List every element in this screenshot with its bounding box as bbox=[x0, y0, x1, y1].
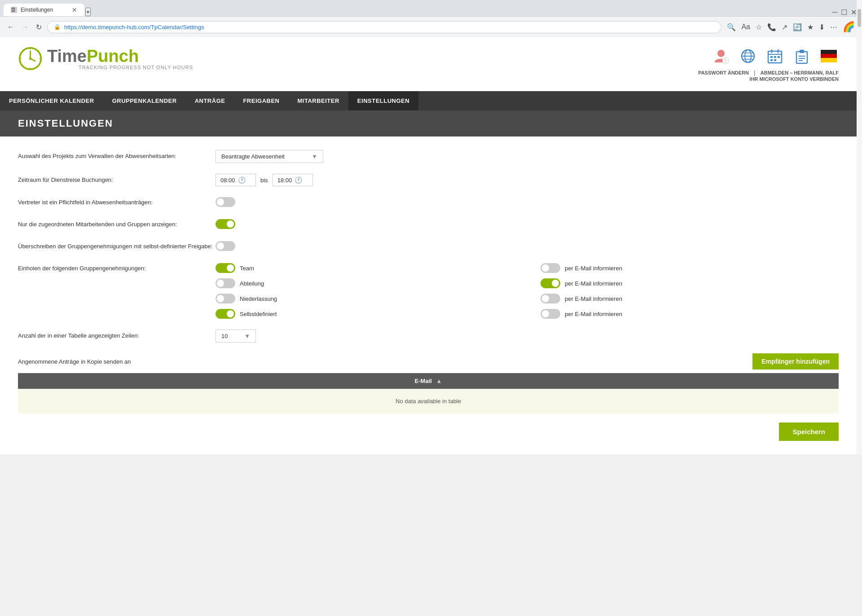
profile-icon[interactable]: 🌈 bbox=[841, 19, 857, 35]
scrollbar[interactable] bbox=[857, 0, 862, 454]
page-title: EINSTELLUNGEN bbox=[18, 118, 839, 129]
time-range-label: Zeitraum für Dienstreise Buchungen: bbox=[18, 176, 216, 184]
approvals-grid: Team per E-Mail informieren Abteilung bbox=[216, 263, 839, 319]
approvals-label: Einholen der folgenden Gruppengenehmigun… bbox=[18, 263, 216, 272]
logo-punch-text: Punch bbox=[87, 47, 139, 66]
rows-count-control: 10 ▼ bbox=[216, 330, 839, 343]
forward-button[interactable]: → bbox=[20, 21, 31, 33]
add-recipient-button[interactable]: Empfänger hinzufügen bbox=[752, 353, 839, 370]
rows-count-label: Anzahl der in einer Tabelle angezeigten … bbox=[18, 332, 216, 340]
header-links: PASSWORT ÄNDERN | ABMELDEN – HERRMANN, R… bbox=[698, 70, 839, 82]
back-button[interactable]: ← bbox=[5, 21, 16, 33]
search-icon[interactable]: 🔍 bbox=[725, 21, 738, 33]
email-table: E-Mail ▲ No data available in table bbox=[18, 373, 839, 414]
nav-settings[interactable]: EINSTELLUNGEN bbox=[348, 91, 418, 110]
url-text: https://demo.timepunch-hub.com/TpCalenda… bbox=[64, 24, 715, 31]
svg-line-3 bbox=[31, 59, 35, 62]
microsoft-connect-link[interactable]: IHR MICROSOFT KONTO VERBINDEN bbox=[750, 76, 839, 82]
extension-icon[interactable]: ↗ bbox=[780, 21, 789, 33]
deputy-toggle[interactable] bbox=[216, 197, 235, 207]
rows-count-value: 10 bbox=[221, 333, 228, 339]
header-separator: | bbox=[754, 70, 755, 76]
scrollbar-thumb[interactable] bbox=[858, 9, 861, 27]
refresh-icon[interactable]: 🔄 bbox=[791, 21, 804, 33]
phone-icon[interactable]: 📞 bbox=[765, 21, 778, 33]
assigned-toggle[interactable] bbox=[216, 219, 235, 229]
email-column-header: E-Mail ▲ bbox=[18, 373, 839, 389]
navigation-bar: PERSÖNLICHER KALENDER GRUPPENKALENDER AN… bbox=[0, 91, 857, 110]
password-change-link[interactable]: PASSWORT ÄNDERN bbox=[698, 70, 749, 75]
deputy-row: Vertreter ist ein Pflichtfeld in Abwesen… bbox=[18, 197, 839, 208]
project-dropdown[interactable]: Beantragte Abwesenheit ▼ bbox=[216, 150, 323, 163]
approval-team-label: Team bbox=[240, 265, 254, 272]
header-right: ! bbox=[698, 46, 839, 82]
svg-point-8 bbox=[717, 50, 725, 57]
save-button[interactable]: Speichern bbox=[779, 422, 839, 441]
sort-arrow-icon[interactable]: ▲ bbox=[436, 378, 442, 384]
logo-clock-icon bbox=[18, 46, 43, 71]
time-from-value: 08:00 bbox=[220, 177, 235, 184]
approval-niederlassung-email-toggle[interactable] bbox=[541, 294, 560, 304]
nav-group-calendar[interactable]: GRUPPENKALENDER bbox=[103, 91, 186, 110]
flag-de-icon[interactable] bbox=[819, 46, 839, 66]
main-content: Auswahl des Projekts zum Verwalten der A… bbox=[0, 136, 857, 454]
reader-view-icon[interactable]: Aa bbox=[739, 21, 752, 33]
svg-rect-31 bbox=[821, 54, 837, 58]
tab-title: Einstellungen bbox=[21, 7, 68, 13]
nav-releases[interactable]: FREIGABEN bbox=[234, 91, 288, 110]
table-empty-row: No data available in table bbox=[18, 389, 839, 414]
minimize-button[interactable]: ─ bbox=[832, 8, 837, 17]
new-tab-button[interactable]: + bbox=[85, 8, 91, 16]
download-icon[interactable]: ⬇ bbox=[817, 21, 827, 33]
approval-abteilung-email-toggle[interactable] bbox=[541, 278, 560, 288]
nav-personal-calendar[interactable]: PERSÖNLICHER KALENDER bbox=[0, 91, 103, 110]
project-dropdown-value: Beantragte Abwesenheit bbox=[221, 153, 285, 160]
approval-team-toggle[interactable] bbox=[216, 263, 235, 273]
maximize-button[interactable]: ☐ bbox=[841, 8, 847, 17]
svg-rect-30 bbox=[821, 50, 837, 54]
logout-link[interactable]: ABMELDEN – HERRMANN, RALF bbox=[761, 70, 839, 75]
calendar-icon[interactable] bbox=[765, 46, 785, 66]
clipboard-icon[interactable] bbox=[792, 46, 812, 66]
svg-rect-22 bbox=[778, 56, 780, 58]
time-to-value: 18:00 bbox=[277, 177, 292, 184]
override-label: Überschreiben der Gruppengenehmigungen m… bbox=[18, 242, 216, 251]
rows-count-row: Anzahl der in einer Tabelle angezeigten … bbox=[18, 330, 839, 343]
approval-selbst-email-toggle[interactable] bbox=[541, 309, 560, 319]
approval-abteilung-row: Abteilung bbox=[216, 278, 514, 288]
approval-team-email-label: per E-Mail informieren bbox=[565, 265, 622, 272]
deputy-label: Vertreter ist ein Pflichtfeld in Abwesen… bbox=[18, 198, 216, 207]
svg-rect-24 bbox=[774, 59, 776, 61]
time-range-control: 08:00 🕐 bis 18:00 🕐 bbox=[216, 174, 839, 186]
globe-icon[interactable] bbox=[738, 46, 758, 66]
close-window-button[interactable]: ✕ bbox=[851, 8, 857, 17]
logo-time-text: Time bbox=[47, 47, 87, 66]
approval-team-email-toggle[interactable] bbox=[541, 263, 560, 273]
approval-team-email-row: per E-Mail informieren bbox=[541, 263, 839, 273]
time-to-input[interactable]: 18:00 🕐 bbox=[273, 174, 313, 186]
project-control: Beantragte Abwesenheit ▼ bbox=[216, 150, 839, 163]
profile-settings-icon[interactable]: ! bbox=[711, 46, 731, 66]
tab-close-button[interactable]: ✕ bbox=[72, 6, 77, 13]
bookmark-icon[interactable]: ☆ bbox=[754, 21, 764, 33]
approval-niederlassung-label: Niederlassung bbox=[240, 295, 277, 302]
time-from-input[interactable]: 08:00 🕐 bbox=[216, 174, 256, 186]
svg-rect-25 bbox=[796, 52, 807, 63]
approval-selbst-email-row: per E-Mail informieren bbox=[541, 309, 839, 319]
nav-requests[interactable]: ANTRÄGE bbox=[186, 91, 234, 110]
logo-tagline: TRACKING PROGRESS NOT ONLY HOURS bbox=[79, 65, 193, 70]
override-row: Überschreiben der Gruppengenehmigungen m… bbox=[18, 241, 839, 252]
approval-niederlassung-toggle[interactable] bbox=[216, 294, 235, 304]
override-toggle[interactable] bbox=[216, 241, 235, 251]
favorites-icon[interactable]: ★ bbox=[805, 21, 815, 33]
nav-employees[interactable]: MITARBEITER bbox=[288, 91, 348, 110]
reload-button[interactable]: ↻ bbox=[34, 21, 44, 33]
approval-selbst-toggle[interactable] bbox=[216, 309, 235, 319]
approval-team-row: Team bbox=[216, 263, 514, 273]
rows-count-dropdown[interactable]: 10 ▼ bbox=[216, 330, 256, 343]
approvals-section: Einholen der folgenden Gruppengenehmigun… bbox=[18, 263, 839, 319]
approval-abteilung-toggle[interactable] bbox=[216, 278, 235, 288]
address-bar[interactable]: 🔒 https://demo.timepunch-hub.com/TpCalen… bbox=[47, 21, 721, 33]
menu-icon[interactable]: ⋯ bbox=[828, 21, 839, 33]
dropdown-arrow-icon: ▼ bbox=[312, 153, 317, 160]
